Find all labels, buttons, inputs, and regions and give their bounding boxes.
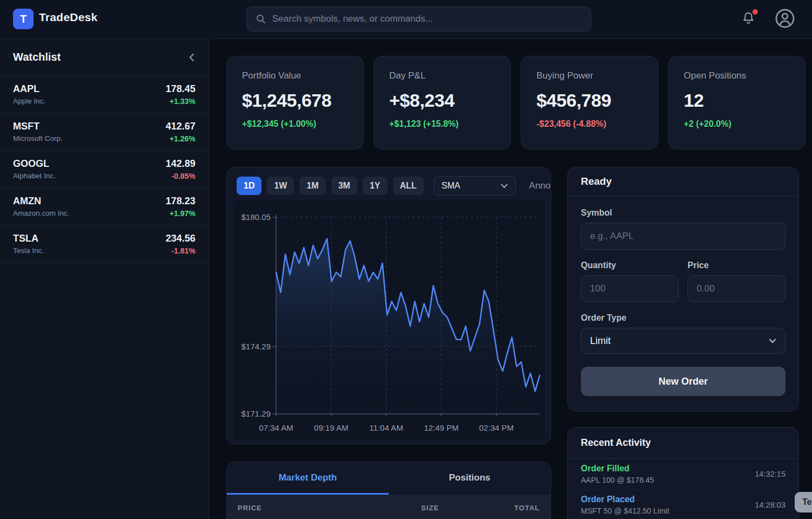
stat-value: +$8,234 (389, 90, 495, 111)
activity-type: Order Filled (581, 464, 654, 473)
price: 412.67 (166, 121, 195, 132)
app-logo-letter: T (20, 13, 27, 25)
indicator-select[interactable]: SMA (434, 176, 516, 196)
activity-detail: MSFT 50 @ $412.50 Limit (581, 507, 669, 515)
chart-toolbar: 1D 1W 1M 3M 1Y ALL SMA Anno (227, 167, 551, 201)
stat-delta: -$23,456 (-4.88%) (536, 119, 643, 129)
search-input[interactable] (272, 14, 582, 24)
price-label: Price (687, 261, 785, 270)
stat-card-portfolio-value: Portfolio Value $1,245,678 +$12,345 (+1.… (226, 56, 364, 150)
order-type-value: Limit (590, 335, 611, 347)
watchlist-sidebar: Watchlist AAPL Apple Inc. 178.45 +1.33% … (0, 39, 209, 519)
svg-text:$171.29: $171.29 (241, 409, 271, 418)
order-type-label: Order Type (581, 313, 785, 323)
column-size: SIZE (338, 504, 439, 512)
market-depth-panel: Market Depth Positions PRICE SIZE TOTAL (226, 462, 551, 519)
watchlist-item-msft[interactable]: MSFT Microsoft Corp. 412.67 +1.26% (0, 113, 208, 151)
tab-market-depth[interactable]: Market Depth (227, 462, 389, 495)
new-order-button[interactable]: New Order (581, 367, 785, 396)
chevron-down-icon (769, 339, 776, 343)
timeframe-button-1y[interactable]: 1Y (363, 177, 388, 195)
symbol: TSLA (13, 233, 44, 244)
activity-row-order-filled[interactable]: Order Filled AAPL 100 @ $178.45 14:32:15 (568, 459, 798, 490)
stats-row: Portfolio Value $1,245,678 +$12,345 (+1.… (226, 56, 806, 150)
timeframe-button-1d[interactable]: 1D (237, 177, 261, 195)
activity-row-order-placed[interactable]: Order Placed MSFT 50 @ $412.50 Limit 14:… (568, 490, 798, 519)
stat-value: $456,789 (536, 90, 643, 111)
notification-dot (752, 9, 758, 15)
price-chart[interactable]: 07:34 AM09:19 AM11:04 AM12:49 PM02:34 PM… (233, 201, 545, 439)
change-percent: +1.33% (166, 97, 195, 106)
symbol: MSFT (13, 121, 63, 132)
timeframe-button-1w[interactable]: 1W (267, 177, 294, 195)
search-icon (256, 14, 266, 24)
global-search[interactable] (246, 7, 591, 31)
stat-card-day-pnl: Day P&L +$8,234 +$1,123 (+15.8%) (374, 56, 511, 150)
price-chart-panel: 1D 1W 1M 3M 1Y ALL SMA Anno 07:34 AM09:1… (226, 167, 551, 444)
svg-text:07:34 AM: 07:34 AM (259, 423, 293, 432)
change-percent: +1.97% (166, 209, 195, 218)
svg-text:$174.29: $174.29 (241, 342, 271, 351)
recent-activity-title: Recent Activity (568, 427, 798, 459)
stat-value: 12 (684, 90, 790, 111)
quantity-input[interactable] (581, 275, 679, 302)
user-menu-button[interactable] (774, 8, 796, 29)
watchlist-title: Watchlist (13, 51, 61, 63)
svg-text:12:49 PM: 12:49 PM (424, 423, 459, 432)
app-title: TradeDesk (39, 11, 97, 24)
tab-positions[interactable]: Positions (389, 462, 551, 495)
user-avatar-icon (774, 8, 796, 29)
activity-time: 14:28:03 (755, 501, 785, 509)
app-logo: T (13, 9, 34, 29)
symbol-label: Symbol (581, 208, 785, 218)
order-entry-panel: Ready Symbol Quantity Price Order Type L… (567, 167, 799, 412)
order-panel-status: Ready (568, 167, 798, 196)
toast-notification-clipped[interactable]: Te (795, 492, 812, 512)
quantity-label: Quantity (581, 261, 679, 270)
activity-type: Order Placed (581, 495, 669, 504)
svg-text:11:04 AM: 11:04 AM (369, 423, 403, 432)
chevron-down-icon (501, 184, 508, 189)
change-percent: -1.81% (166, 246, 195, 255)
price: 234.56 (166, 233, 195, 244)
activity-detail: AAPL 100 @ $178.45 (581, 476, 654, 484)
company: Tesla Inc. (13, 246, 44, 255)
timeframe-button-1m[interactable]: 1M (299, 177, 325, 195)
stat-card-open-positions: Open Positions 12 +2 (+20.0%) (668, 56, 806, 150)
stat-value: $1,245,678 (242, 90, 348, 111)
company: Apple Inc. (13, 97, 45, 105)
notifications-button[interactable] (741, 10, 757, 28)
top-bar: T TradeDesk (0, 0, 812, 39)
svg-text:$180.05: $180.05 (241, 212, 271, 222)
stat-delta: +$12,345 (+1.00%) (242, 119, 348, 129)
svg-text:09:19 AM: 09:19 AM (314, 423, 348, 432)
watchlist-header: Watchlist (0, 39, 208, 76)
watchlist-item-amzn[interactable]: AMZN Amazon.com Inc. 178.23 +1.97% (0, 188, 208, 225)
order-type-select[interactable]: Limit (581, 328, 785, 354)
price-input[interactable] (687, 275, 785, 302)
symbol: AAPL (13, 83, 45, 95)
change-percent: +1.26% (166, 134, 195, 143)
watchlist-item-aapl[interactable]: AAPL Apple Inc. 178.45 +1.33% (0, 76, 208, 113)
stat-label: Portfolio Value (242, 70, 348, 81)
stat-label: Open Positions (684, 70, 790, 81)
recent-activity-panel: Recent Activity Order Filled AAPL 100 @ … (567, 427, 799, 519)
symbol-input[interactable] (581, 223, 785, 250)
company: Alphabet Inc. (13, 172, 56, 180)
price: 178.23 (166, 196, 195, 207)
timeframe-button-all[interactable]: ALL (393, 177, 424, 195)
watchlist-item-tsla[interactable]: TSLA Tesla Inc. 234.56 -1.81% (0, 225, 208, 263)
price: 142.89 (166, 158, 195, 170)
activity-time: 14:32:15 (755, 470, 785, 478)
bottom-tabs: Market Depth Positions (227, 462, 551, 495)
company: Amazon.com Inc. (13, 209, 69, 217)
watchlist-item-googl[interactable]: GOOGL Alphabet Inc. 142.89 -0.85% (0, 151, 208, 188)
collapse-sidebar-icon[interactable] (188, 53, 195, 62)
stat-delta: +$1,123 (+15.8%) (389, 119, 495, 129)
depth-table-header: PRICE SIZE TOTAL (227, 495, 551, 519)
timeframe-button-3m[interactable]: 3M (331, 177, 357, 195)
change-percent: -0.85% (166, 172, 195, 180)
stat-label: Buying Power (536, 70, 643, 81)
annotations-label-clipped[interactable]: Anno (529, 180, 551, 191)
indicator-selected-value: SMA (442, 181, 461, 191)
